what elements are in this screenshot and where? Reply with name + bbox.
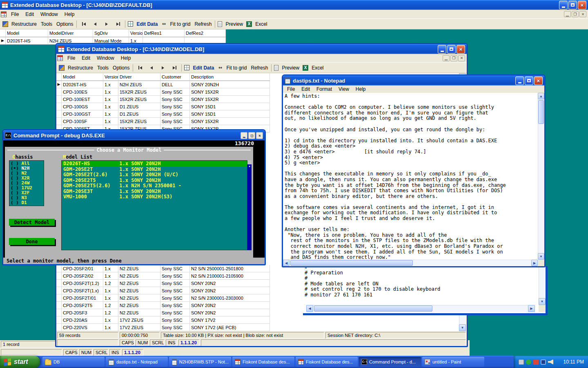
grid-cell[interactable]: 1.x [103, 272, 118, 280]
grid-cell[interactable]: 17V2 ZEUS [118, 324, 160, 331]
fit-to-grid-button[interactable]: Fit to grid [225, 64, 247, 72]
menu-file[interactable]: File [8, 10, 22, 18]
scrollbar-thumb[interactable] [290, 260, 413, 266]
mdi-minimize-button[interactable]: ▁ [443, 55, 450, 61]
grid-cell[interactable]: 1.x [103, 81, 118, 88]
menu-window[interactable]: Window [37, 10, 61, 18]
grid-cell[interactable] [56, 73, 62, 81]
table-row[interactable]: CPD-20SF31.2N2 ZEUSSony SSCSONY 20N2 [56, 309, 270, 316]
grid-cell[interactable]: SONY 20N2H [190, 81, 270, 88]
grid-cell[interactable]: 15X2R ZEUS [118, 88, 160, 96]
grid-cell[interactable]: Sony SSC [160, 324, 190, 331]
grid-cell[interactable]: SgDriv [93, 29, 129, 37]
table-row[interactable]: CPD-100ES1.x15X2R ZEUSSony SSCSONY 15X2R [56, 88, 270, 96]
grid-cell[interactable]: SONY 17V2 [190, 316, 270, 324]
table-row[interactable]: CPD-20SF2T(1.x)1.xN2 ZEUSSony SSCSONY 20… [56, 287, 270, 294]
scrollbar-thumb[interactable] [314, 305, 432, 312]
close-button[interactable]: × [534, 76, 543, 85]
grid-cell[interactable]: SONY 15X2R [190, 118, 270, 125]
grid-cell[interactable]: Sony SSC [160, 309, 190, 316]
taskbar-item-database-1[interactable]: Fiskont Database des... [232, 357, 294, 367]
mdi-minimize-button[interactable]: ▁ [564, 11, 571, 17]
menu-window[interactable]: Window [94, 54, 118, 62]
grid-cell[interactable]: CPD-100GS [62, 103, 103, 110]
grid-cell[interactable]: N2 ZEUS [118, 280, 160, 287]
detect-model-button[interactable]: Detect Model [9, 219, 55, 226]
restructure-button[interactable]: Restructure [67, 64, 94, 72]
grid-cell[interactable]: DefRes2 [185, 29, 226, 37]
mdi-close-button[interactable]: ✕ [458, 55, 465, 61]
grid-cell[interactable]: SONY 15X2R [190, 88, 270, 96]
grid-cell[interactable]: CPD-100GST [62, 110, 103, 118]
grid-cell[interactable]: 1.x [103, 118, 118, 125]
table-row[interactable]: CPD-100SF1.x15X2R ZEUSSony SSCSONY 15X2R [56, 118, 270, 125]
grid-cell[interactable]: 17V2 ZEUS [118, 316, 160, 324]
grid-cell[interactable] [56, 265, 62, 272]
grid-cell[interactable] [56, 302, 62, 309]
grid-cell[interactable]: 1.x [103, 265, 118, 272]
grid-cell[interactable]: Sony SSC [160, 302, 190, 309]
scroll-down-button[interactable]: ▼ [539, 298, 546, 305]
model-list-item[interactable]: GDM-20SE2T(2.6) 1.x SONY 20N2H (U/C) [62, 172, 247, 178]
menu-help[interactable]: Help [118, 54, 134, 62]
close-button[interactable]: ✕ [256, 132, 263, 139]
grid-cell[interactable]: 1.x [103, 88, 118, 96]
scroll-down-button[interactable]: ▼ [538, 253, 544, 260]
title-bar[interactable]: Extended Database Desktop - [C:\J40\DB\Z… [0, 0, 588, 10]
grid-cell[interactable]: Sony SSC [160, 294, 190, 302]
grid-cell[interactable]: N2H ZEUS [118, 81, 160, 88]
menu-format[interactable]: Format [313, 85, 335, 93]
scroll-right-button[interactable]: ▶ [531, 260, 538, 266]
mdi-restore-button[interactable]: ❐ [572, 11, 579, 17]
mdi-restore-button[interactable]: ❐ [450, 55, 457, 61]
grid-cell[interactable]: CPD-20SF2/02 [62, 272, 103, 280]
grid-cell[interactable]: Model [6, 29, 48, 37]
options-button[interactable]: Options [56, 20, 74, 28]
app-menu-icon[interactable] [1, 11, 7, 17]
menu-edit[interactable]: Edit [78, 54, 94, 62]
grid-cell[interactable]: ▶ [0, 37, 6, 45]
grid-cell[interactable]: D2026T-HS [6, 37, 48, 45]
maximize-button[interactable]: □ [248, 132, 255, 139]
grid-cell[interactable]: ▶ [56, 81, 62, 88]
table-row[interactable]: CPD-220AS1.x17V2 ZEUSSony SSCSONY 17V2 [56, 316, 270, 324]
tools-button[interactable]: Tools [40, 20, 53, 28]
grid-cell[interactable]: Sony SSC [160, 280, 190, 287]
usb-device-icon[interactable] [519, 359, 524, 365]
table-row[interactable]: CPD-100GST1.xD1 ZEUSSony SSCSONY 15D1 [56, 110, 270, 118]
grid-cell[interactable] [56, 294, 62, 302]
scroll-left-button[interactable]: ◀ [283, 260, 290, 266]
grid-cell[interactable]: CPD-20SF2/01 [62, 265, 103, 272]
grid-cell[interactable] [0, 29, 6, 37]
app-menu-icon[interactable] [57, 55, 63, 61]
display-icon[interactable] [541, 359, 546, 365]
model-list-item[interactable]: GDM-20SE3T 1.x SONY 20N2H [62, 189, 247, 195]
scroll-left-button[interactable]: ◀ [306, 305, 313, 312]
grid-cell[interactable] [56, 287, 62, 294]
messenger-icon[interactable] [533, 359, 539, 365]
grid-cell[interactable] [56, 309, 62, 316]
grid-cell[interactable]: Version [103, 73, 118, 81]
grid-cell[interactable]: 1.x [103, 110, 118, 118]
grid-cell[interactable]: Sony SSC [160, 272, 190, 280]
menu-file[interactable]: File [64, 54, 78, 62]
scroll-up-button[interactable]: ▲ [538, 93, 544, 99]
taskbar-item-command-prompt[interactable]: C:\ Command Prompt - d... [359, 357, 421, 367]
grid-cell[interactable]: Sony SSC [160, 110, 190, 118]
edit-data-button[interactable]: Edit Data [136, 20, 158, 28]
table-row[interactable]: CPD-20SF2T(1.2)1.2N2 ZEUSSony SSCSONY 20… [56, 280, 270, 287]
table-row[interactable]: CPD-20SF2/021.xN2 ZEUSSony SSCN2 S/N 210… [56, 272, 270, 280]
grid-cell[interactable]: 1.x [103, 96, 118, 103]
table-row[interactable]: CPD-220VS1.x17V2 ZEUSSony SSCSONY 17V2 (… [56, 324, 270, 331]
grid-cell[interactable]: N2 ZEUS [118, 302, 160, 309]
table-row[interactable]: ModelVersionDriverCustomerDescription [56, 73, 270, 81]
grid-cell[interactable]: Sony SSC [160, 287, 190, 294]
taskbar-item-dastips[interactable]: dastips.txt - Notepad [106, 357, 168, 367]
model-listbox[interactable]: D2026T-HS 1.x SONY 20N2HGDM-20SE2T 1.x S… [61, 160, 247, 250]
grid-cell[interactable]: Driver [118, 73, 160, 81]
grid-cell[interactable] [56, 272, 62, 280]
scrollbar-thumb[interactable] [538, 100, 544, 124]
table-row[interactable]: CPD-100EST1.x15X2R ZEUSSony SSCSONY 15X2… [56, 96, 270, 103]
menu-help[interactable]: Help [352, 85, 369, 93]
grid-cell[interactable]: CPD-20SF2T(1.x) [62, 287, 103, 294]
